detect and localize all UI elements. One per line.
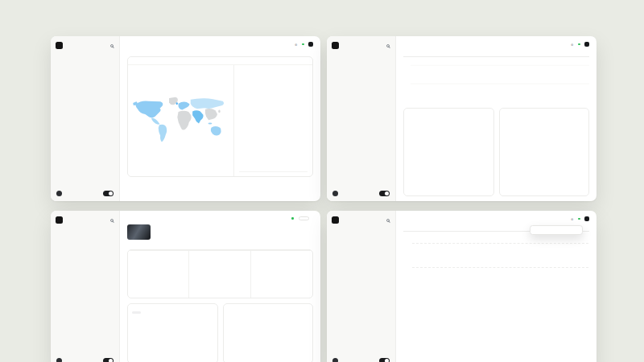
search-icon[interactable] [110,219,114,222]
open-rate-donut-chart [205,260,234,289]
account-avatar[interactable] [308,42,313,47]
feedback-panel [127,303,218,362]
sidebar-item-posts[interactable] [332,234,390,238]
dashboard-post-analytics [51,211,320,362]
site-link[interactable]: ⊕ [295,43,299,47]
search-icon[interactable] [386,219,390,222]
account-avatar[interactable] [584,42,589,47]
online-status [291,217,295,220]
online-status [578,43,581,46]
online-status [302,43,305,46]
user-avatar[interactable] [56,191,62,196]
online-status [578,218,581,220]
world-map [128,65,233,176]
sidebar [51,211,120,362]
click-rate-donut-chart [267,260,296,289]
newsletter-metrics-panel [127,249,313,298]
publication-logo [56,216,63,224]
publication-logo [332,216,339,224]
online-dot [578,43,580,46]
online-dot [578,218,580,220]
sidebar-item-posts[interactable] [56,60,114,64]
post-thumbnail [127,224,151,240]
delivered-donut-chart [144,260,173,289]
search-icon[interactable] [110,44,114,47]
theme-toggle[interactable] [379,191,390,196]
online-dot [291,217,294,220]
site-link[interactable]: ⊕ [571,217,575,221]
online-dot [302,43,304,46]
top-locations-panel [127,56,313,177]
sidebar-item-posts[interactable] [332,60,390,64]
search-icon[interactable] [386,44,390,47]
top-sources-panel [499,108,590,196]
globe-icon: ⊕ [571,217,574,221]
user-avatar[interactable] [56,358,62,362]
sidebar [327,36,396,201]
globe-icon: ⊕ [295,43,298,47]
share-button[interactable] [299,216,309,220]
theme-toggle[interactable] [103,358,114,362]
theme-toggle[interactable] [379,358,390,362]
sidebar [327,211,396,362]
newsletter-clicks-panel [223,303,314,362]
user-avatar[interactable] [332,358,338,362]
traffic-stats [403,56,589,57]
dashboard-locations: ⊕ [51,36,320,201]
site-link[interactable]: ⊕ [571,43,575,47]
account-avatar[interactable] [584,216,589,221]
traffic-chart [403,61,589,103]
traffic-chart-svg [411,61,589,103]
user-avatar[interactable] [332,191,338,196]
publication-logo [332,42,339,49]
theme-toggle[interactable] [103,191,114,196]
top-content-panel [403,108,494,196]
top-newsletters-panel [403,288,589,362]
globe-icon: ⊕ [571,43,574,47]
sidebar-item-posts[interactable] [56,234,114,238]
sidebar [51,36,120,201]
dashboard-newsletters: ⊕ [327,211,597,362]
breadcrumb [127,216,313,220]
countries-table [233,65,312,176]
publication-logo [56,42,63,49]
chart-tooltip [530,225,583,235]
open-rate-bar-chart [403,236,589,281]
more-like-this-pill[interactable] [132,311,141,314]
dashboard-web-traffic: ⊕ [327,36,597,201]
